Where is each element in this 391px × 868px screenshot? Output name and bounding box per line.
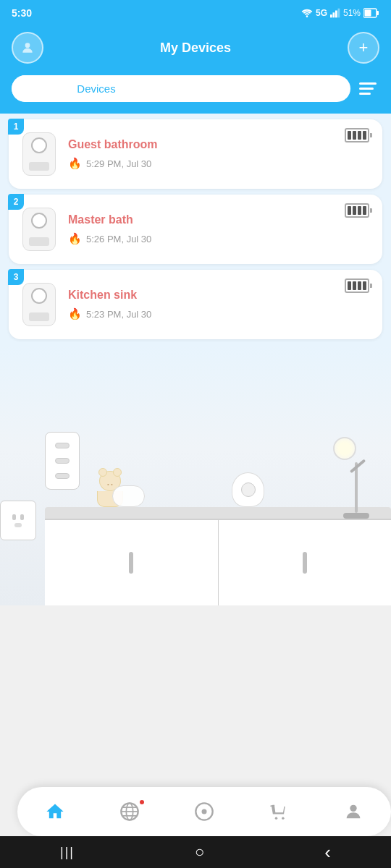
system-home-button[interactable]: ○ xyxy=(180,837,219,867)
header-title: My Devices xyxy=(160,41,231,56)
battery-icon-3 xyxy=(345,278,372,293)
nav-globe[interactable] xyxy=(108,796,151,827)
scene-area: • • xyxy=(0,345,391,605)
svg-point-17 xyxy=(282,817,285,820)
menu-line-2 xyxy=(359,88,374,90)
device-meta-3: 🔥 5:23 PM, Jul 30 xyxy=(68,307,371,320)
tab-smarts[interactable]: Smarts xyxy=(181,75,350,102)
device-icon-2 xyxy=(20,206,58,252)
svg-point-0 xyxy=(306,15,308,17)
svg-point-15 xyxy=(201,809,206,814)
device-card-2[interactable]: 2 Master bath 🔥 5:26 PM, Jul 30 xyxy=(9,195,382,264)
cabinet-door-left xyxy=(45,520,219,605)
desk-cabinet xyxy=(45,519,391,605)
avatar[interactable] xyxy=(12,32,43,64)
drop-icon-3: 🔥 xyxy=(68,307,82,320)
tabs-container: Devices Smarts xyxy=(0,75,391,114)
cabinet-handle-left xyxy=(129,552,133,574)
echo-dot-speaker xyxy=(232,472,264,507)
menu-line-3 xyxy=(359,93,371,95)
device-icon-3 xyxy=(20,281,58,328)
nav-cart[interactable] xyxy=(257,796,300,827)
cabinet-door-right xyxy=(219,520,392,605)
device-card-1[interactable]: 1 Guest bathroom 🔥 5:29 PM, Jul 30 xyxy=(9,119,382,189)
device-list: 1 Guest bathroom 🔥 5:29 PM, Jul 30 xyxy=(0,114,391,345)
device-name-1: Guest bathroom xyxy=(68,138,371,151)
signal-bars-icon xyxy=(330,8,340,18)
status-time: 5:30 xyxy=(12,7,32,19)
status-icons: 5G 51% xyxy=(301,8,379,18)
device-meta-1: 🔥 5:29 PM, Jul 30 xyxy=(68,157,371,170)
svg-rect-1 xyxy=(330,14,332,17)
system-back-button[interactable]: ‹ xyxy=(310,835,345,869)
bottom-nav xyxy=(17,787,391,836)
card-number-1: 1 xyxy=(8,119,24,135)
device-time-1: 5:29 PM, Jul 30 xyxy=(86,158,151,169)
device-info-3: Kitchen sink 🔥 5:23 PM, Jul 30 xyxy=(68,289,371,320)
card-number-3: 3 xyxy=(8,269,24,285)
svg-point-8 xyxy=(25,43,30,48)
device-icon-1 xyxy=(20,131,58,177)
tabs-group: Devices Smarts xyxy=(12,75,350,102)
device-meta-2: 🔥 5:26 PM, Jul 30 xyxy=(68,232,371,245)
desk-lamp xyxy=(343,462,369,519)
menu-line-1 xyxy=(359,82,377,85)
system-recent-button[interactable]: ||| xyxy=(46,839,89,866)
wall-smart-device xyxy=(45,432,80,490)
drop-icon-2: 🔥 xyxy=(68,232,82,245)
card-number-2: 2 xyxy=(8,194,24,210)
device-name-3: Kitchen sink xyxy=(68,289,371,302)
svg-point-18 xyxy=(350,805,357,812)
tab-devices[interactable]: Devices xyxy=(12,75,181,102)
desk-surface xyxy=(45,507,391,519)
compass-nav-icon xyxy=(194,801,214,822)
svg-rect-2 xyxy=(332,12,335,17)
battery-status-icon xyxy=(363,8,379,18)
device-info-2: Master bath 🔥 5:26 PM, Jul 30 xyxy=(68,213,371,245)
globe-nav-badge xyxy=(138,799,146,806)
status-bar: 5:30 5G 51% xyxy=(0,0,391,26)
nav-profile[interactable] xyxy=(332,796,375,827)
svg-point-16 xyxy=(275,817,278,820)
small-speaker xyxy=(112,485,145,507)
tabs-bar: Devices Smarts xyxy=(0,75,391,114)
system-nav: ||| ○ ‹ xyxy=(0,836,391,868)
header: My Devices + xyxy=(0,26,391,75)
nav-compass[interactable] xyxy=(182,796,226,827)
signal-text: 5G xyxy=(316,8,327,18)
battery-icon-1 xyxy=(345,128,372,142)
cabinet-handle-right xyxy=(303,552,307,574)
device-card-3[interactable]: 3 Kitchen sink 🔥 5:23 PM, Jul 30 xyxy=(9,270,382,339)
battery-icon-2 xyxy=(345,203,372,218)
device-time-3: 5:23 PM, Jul 30 xyxy=(86,309,151,320)
svg-rect-7 xyxy=(377,11,379,15)
wifi-icon xyxy=(301,8,313,18)
add-device-button[interactable]: + xyxy=(348,32,379,64)
svg-rect-4 xyxy=(337,9,340,18)
outlet-device xyxy=(0,501,36,540)
device-info-1: Guest bathroom 🔥 5:29 PM, Jul 30 xyxy=(68,138,371,170)
device-time-2: 5:26 PM, Jul 30 xyxy=(86,234,151,244)
nav-home[interactable] xyxy=(33,796,77,827)
svg-rect-3 xyxy=(335,11,337,18)
profile-nav-icon xyxy=(343,801,363,822)
menu-button[interactable] xyxy=(356,80,379,98)
drop-icon-1: 🔥 xyxy=(68,157,82,170)
home-nav-icon xyxy=(45,801,65,822)
cart-nav-icon xyxy=(269,801,289,822)
svg-rect-6 xyxy=(365,10,371,17)
battery-text: 51% xyxy=(343,8,361,18)
device-name-2: Master bath xyxy=(68,213,371,226)
globe-nav-icon xyxy=(119,801,140,822)
